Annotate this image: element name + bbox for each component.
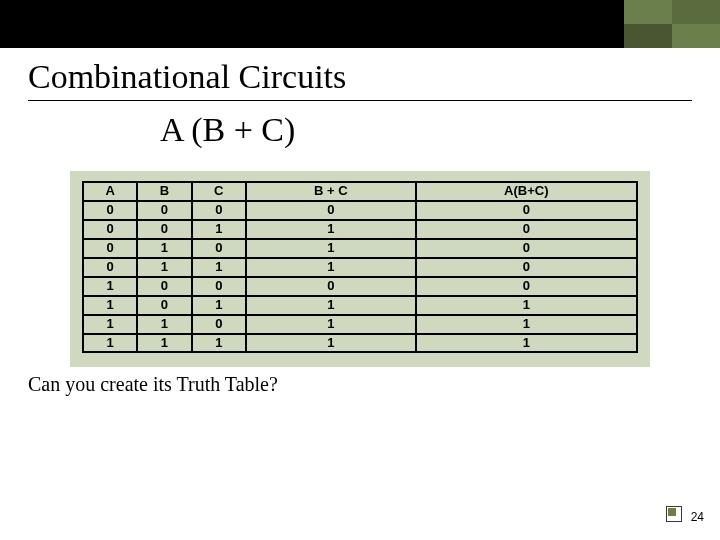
table-cell: 1 [246,239,416,258]
title-underline [28,100,692,101]
table-cell: 0 [83,258,137,277]
col-header: A(B+C) [416,182,637,201]
table-cell: 1 [416,334,637,353]
deco-square [624,0,672,24]
table-cell: 0 [416,220,637,239]
col-header: C [192,182,246,201]
corner-squares [624,0,720,48]
table-cell: 0 [416,239,637,258]
table-cell: 1 [83,296,137,315]
table-cell: 1 [246,296,416,315]
table-cell: 1 [83,315,137,334]
table-row: 00000 [83,201,637,220]
deco-square [672,24,720,48]
table-row: 10000 [83,277,637,296]
table-cell: 0 [83,201,137,220]
table-row: 01010 [83,239,637,258]
table-cell: 0 [83,239,137,258]
table-cell: 0 [192,315,246,334]
table-cell: 1 [137,239,191,258]
table-cell: 0 [416,277,637,296]
table-cell: 1 [137,334,191,353]
col-header: B [137,182,191,201]
table-cell: 1 [137,258,191,277]
table-cell: 1 [416,296,637,315]
table-cell: 0 [416,201,637,220]
caption-text: Can you create its Truth Table? [28,373,692,396]
truth-table-container: A B C B + C A(B+C) 000000011001010011101… [70,171,650,367]
truth-table: A B C B + C A(B+C) 000000011001010011101… [82,181,638,353]
table-cell: 0 [137,296,191,315]
table-row: 11011 [83,315,637,334]
table-cell: 1 [192,220,246,239]
table-row: 11111 [83,334,637,353]
boolean-expression: A (B + C) [160,111,720,149]
table-cell: 1 [246,334,416,353]
deco-square [624,24,672,48]
corner-ornament [666,506,680,520]
table-cell: 1 [416,315,637,334]
table-cell: 0 [137,220,191,239]
title-block: Combinational Circuits [28,58,692,101]
table-cell: 0 [192,239,246,258]
table-cell: 0 [246,201,416,220]
table-cell: 0 [246,277,416,296]
table-cell: 1 [192,258,246,277]
table-row: 10111 [83,296,637,315]
table-cell: 1 [246,220,416,239]
table-header-row: A B C B + C A(B+C) [83,182,637,201]
deco-square [672,0,720,24]
table-cell: 1 [192,296,246,315]
table-cell: 0 [192,277,246,296]
table-cell: 0 [83,220,137,239]
table-cell: 1 [246,258,416,277]
col-header: B + C [246,182,416,201]
table-row: 01110 [83,258,637,277]
table-row: 00110 [83,220,637,239]
table-cell: 1 [83,277,137,296]
table-cell: 1 [83,334,137,353]
table-cell: 0 [137,201,191,220]
page-number: 24 [691,510,704,524]
top-decoration-band [0,0,720,48]
table-cell: 1 [137,315,191,334]
table-cell: 0 [192,201,246,220]
table-cell: 1 [246,315,416,334]
col-header: A [83,182,137,201]
table-cell: 1 [192,334,246,353]
table-cell: 0 [137,277,191,296]
table-cell: 0 [416,258,637,277]
page-title: Combinational Circuits [28,58,692,96]
